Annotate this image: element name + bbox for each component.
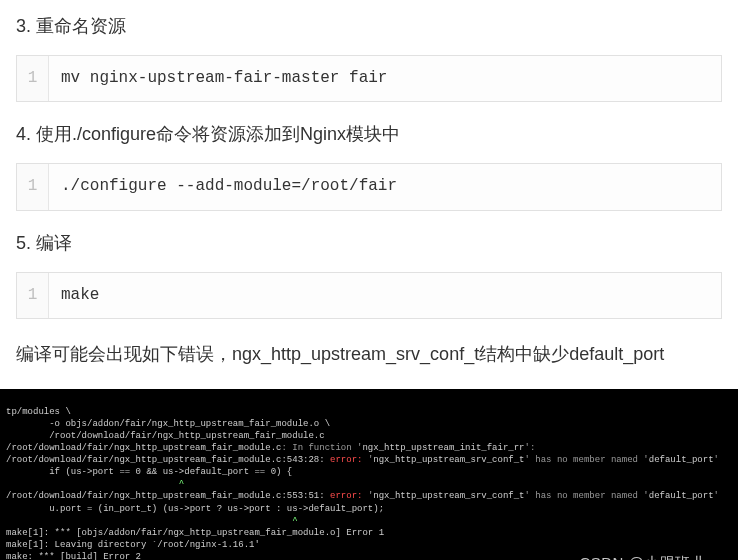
term-line: /root/download/fair/ngx_http_upstream_fa… xyxy=(6,491,719,501)
term-line: /root/download/fair/ngx_http_upstream_fa… xyxy=(6,431,325,441)
line-number: 1 xyxy=(17,164,49,210)
code-content: make xyxy=(49,273,111,319)
code-block-2: 1 ./configure --add-module=/root/fair xyxy=(16,163,722,211)
term-line: u.port = (in_port_t) (us->port ? us->por… xyxy=(6,504,384,514)
terminal-output: tp/modules \ -o objs/addon/fair/ngx_http… xyxy=(0,389,738,560)
section-title-3: 3. 重命名资源 xyxy=(16,12,722,41)
line-number: 1 xyxy=(17,56,49,102)
term-line: make: *** [build] Error 2 xyxy=(6,552,141,560)
code-block-1: 1 mv nginx-upstream-fair-master fair xyxy=(16,55,722,103)
code-content: mv nginx-upstream-fair-master fair xyxy=(49,56,399,102)
term-line: /root/download/fair/ngx_http_upstream_fa… xyxy=(6,443,535,453)
term-line: make[1]: *** [objs/addon/fair/ngx_http_u… xyxy=(6,528,384,538)
code-content: ./configure --add-module=/root/fair xyxy=(49,164,409,210)
section-title-5: 5. 编译 xyxy=(16,229,722,258)
term-line: make[1]: Leaving directory `/root/nginx-… xyxy=(6,540,260,550)
term-line: /root/download/fair/ngx_http_upstream_fa… xyxy=(6,455,719,465)
term-line: ^ xyxy=(6,516,298,526)
term-line: ^ xyxy=(6,479,184,489)
watermark: CSDN @小跟班儿oo xyxy=(579,553,724,560)
error-description: 编译可能会出现如下错误，ngx_http_upstream_srv_conf_t… xyxy=(16,337,722,371)
line-number: 1 xyxy=(17,273,49,319)
code-block-3: 1 make xyxy=(16,272,722,320)
term-line: -o objs/addon/fair/ngx_http_upstream_fai… xyxy=(6,419,330,429)
term-line: if (us->port == 0 && us->default_port ==… xyxy=(6,467,292,477)
term-line: tp/modules \ xyxy=(6,407,71,417)
section-title-4: 4. 使用./configure命令将资源添加到Nginx模块中 xyxy=(16,120,722,149)
